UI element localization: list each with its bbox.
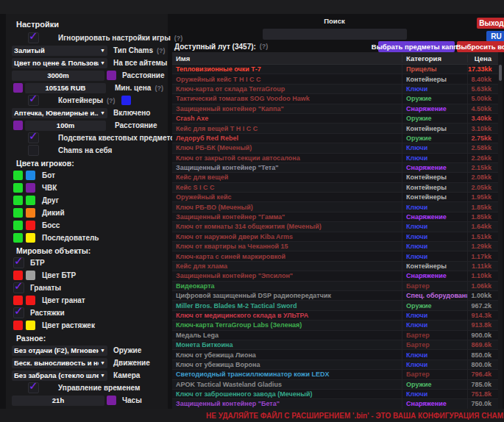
secondary-color-swatch[interactable] [26,221,35,230]
table-row[interactable]: Защищенный контейнер "Гамма"Снаряжение1.… [172,212,498,222]
secondary-color-swatch[interactable] [26,271,35,280]
loot-help-icon[interactable]: (?) [260,43,269,50]
item-name: Ключ от комнаты 314 общежития (Меченый) [172,223,402,230]
help-icon[interactable]: (?) [157,47,166,54]
table-scrollbar[interactable] [498,52,503,409]
checkbox[interactable]: ✓ [13,307,24,318]
table-row[interactable]: Кейс для хламаКонтейнеры1.11kk [172,262,498,271]
table-row[interactable]: APOK Tactical Wasteland GladiusОружие785… [172,380,498,390]
table-row[interactable]: Оружейный кейс Т Н I С СКонтейнеры8.40kk [172,74,498,84]
table-row[interactable]: Ключ от заброшенного завода (Меченый)Клю… [172,390,498,399]
secondary-color-swatch[interactable] [26,171,35,180]
primary-color-swatch[interactable] [13,171,23,180]
column-header-name[interactable]: Имя [172,54,402,62]
table-row[interactable]: Miller Bros. Blades M-2 Tactical SwordОр… [172,301,498,310]
table-row[interactable]: ВидеокартаБартер1.06kk [172,282,498,291]
secondary-color-swatch[interactable] [26,196,35,205]
setting-row-разное-: Разное: [6,332,168,344]
color-label: Босс [42,221,60,229]
checkbox[interactable]: ✓ [13,257,24,268]
checkbox[interactable]: ✓ [28,382,39,393]
drop-all-button[interactable]: Выбросить все [457,41,504,52]
checkmark-icon: ✓ [29,29,38,43]
select-kappa-items-button[interactable]: Выбрать предметы каппа [378,41,455,52]
primary-color-swatch[interactable] [13,233,23,243]
table-row[interactable]: Ключ-карта от склада TerraGroupКлючи5.63… [172,85,498,94]
dropdown[interactable]: Залитый▼ [12,46,107,56]
secondary-color-swatch[interactable] [26,208,35,218]
table-row[interactable]: Ключ-карта TerraGroup Labs (Зеленая)Ключ… [172,321,498,330]
language-button[interactable]: RU [486,31,504,42]
table-row[interactable]: Ключ РБ-ВО (Меченый)Ключи1.85kk [172,202,498,212]
settings-panel: Настройки ✓Игнорировать настройки игры(?… [6,14,168,409]
table-row[interactable]: Защищенный контейнер "Тета"Снаряжение2.1… [172,163,498,173]
table-row[interactable]: Ключ от убежища ВоронаКлючи800.0k [172,360,498,370]
primary-color-swatch[interactable] [13,196,23,205]
chevron-down-icon: ▼ [100,110,105,115]
chams-config-window: Настройки ✓Игнорировать настройки игры(?… [0,0,504,422]
dropdown[interactable]: Беск. выносливость и нет уста▼ [12,358,107,368]
color-swatch[interactable] [13,121,23,130]
checkbox[interactable]: ✓ [28,95,39,106]
primary-color-swatch[interactable] [13,183,23,193]
setting-row-последователь: Последователь [6,232,168,244]
table-row[interactable]: Медаль LegaБартер900.0k [172,331,498,340]
table-row[interactable]: Ключ-карта с синей маркировкойКлючи1.17k… [172,251,498,261]
table-row[interactable]: Защищенный контейнер "Эпсилон"Снаряжение… [172,271,498,281]
table-row[interactable]: Crash AxeОружие3.40kk [172,114,498,124]
checkbox[interactable]: ✓ [28,32,39,43]
item-name: Ключ-карта TerraGroup Labs (Зеленая) [172,321,402,329]
help-icon[interactable]: (?) [155,85,163,92]
table-row[interactable]: Ледоруб Red RebelОружие2.75kk [172,134,498,143]
dropdown[interactable]: Аптечка, Ювелирные и...▼ [12,108,107,118]
table-row[interactable]: Ключ от закрытой секции автосалонаКлючи2… [172,154,498,163]
table-row[interactable]: Кейс для вещей Т Н I С СКонтейнеры3.10kk [172,124,498,133]
table-row[interactable]: Оружейный кейсКонтейнеры1.95kk [172,193,498,202]
column-header-category[interactable]: Категория [402,54,467,62]
window-title-bar[interactable] [0,0,504,14]
table-row[interactable]: Светодиодный трансиллюминатор кожи LEDXБ… [172,370,498,379]
item-name: Ключ РБ-ВО (Меченый) [172,204,402,211]
table-row[interactable]: Защищенный контейнер "Каппа"Снаряжение4.… [172,104,498,114]
primary-color-swatch[interactable] [13,221,23,230]
checkbox[interactable] [28,145,39,156]
checkbox[interactable]: ✓ [28,132,39,143]
table-row[interactable]: Тепловизионные очки Т-7Прицелы17.33kk [172,65,498,74]
value-input[interactable]: 3000m [12,71,104,81]
dropdown[interactable]: Без отдачи (F2), Мгновенное п▼ [12,346,107,356]
table-row[interactable]: Ключ РБ-БК (Меченый)Ключи2.58kk [172,143,498,153]
item-price: 1.06kk [467,282,498,290]
secondary-color-swatch[interactable] [26,321,35,330]
table-row[interactable]: Монета БиткоинаБартер869.6k [172,340,498,350]
item-price: 2.15kk [467,163,498,172]
table-row[interactable]: Защищенный контейнер "Бета"Снаряжение750… [172,399,498,409]
color-swatch[interactable] [121,96,131,105]
table-row[interactable]: Ключ от медицинского склада в УЛЬТРАКлюч… [172,311,498,321]
secondary-color-swatch[interactable] [26,296,35,305]
table-row[interactable]: Ключ от убежища ЛионаКлючи850.0k [172,350,498,360]
column-header-price[interactable]: Цена [467,54,498,62]
dropdown[interactable]: Цвет по цене & Пользователь▼ [12,58,107,68]
search-input[interactable] [263,29,407,40]
value-input[interactable]: 21h [12,396,104,406]
table-row[interactable]: Ключ от квартиры на Чеканной 15Ключи1.29… [172,242,498,251]
color-swatch[interactable] [13,83,23,93]
primary-color-swatch[interactable] [13,321,23,330]
exit-button[interactable]: Выход [477,18,504,29]
table-row[interactable]: Ключ от наружной двери Kiba ArmsКлючи1.5… [172,232,498,242]
color-swatch[interactable] [107,71,116,80]
checkbox[interactable]: ✓ [13,282,24,293]
scrollbar-thumb[interactable] [499,65,502,81]
primary-color-swatch[interactable] [13,208,23,218]
color-swatch[interactable] [107,396,116,405]
table-row[interactable]: Тактический томагавк SOG Voodoo HawkОруж… [172,94,498,104]
dropdown[interactable]: Без забрала (стекло шлема)▼ [12,371,107,381]
table-row[interactable]: Ключ от комнаты 314 общежития (Меченый)К… [172,222,498,232]
secondary-color-swatch[interactable] [26,233,35,243]
help-icon[interactable]: (?) [107,97,116,104]
table-row[interactable]: Кейс S I C CКонтейнеры2.05kk [172,183,498,193]
secondary-color-swatch[interactable] [26,183,35,193]
table-row[interactable]: Цифровой защищенный DSP радиопередатчикС… [172,291,498,301]
table-row[interactable]: Кейс для вещейКонтейнеры2.08kk [172,173,498,182]
item-name: Тактический томагавк SOG Voodoo Hawk [172,95,402,102]
